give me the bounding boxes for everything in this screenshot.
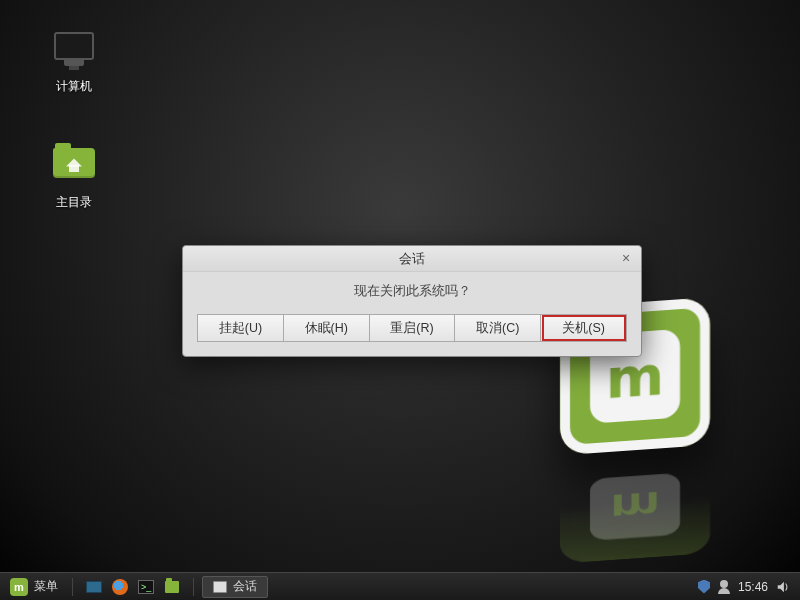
- menu-button[interactable]: m 菜单: [0, 573, 68, 600]
- computer-icon: [50, 32, 98, 74]
- user-tray-icon[interactable]: [718, 580, 730, 594]
- desktop-icon-label: 主目录: [34, 194, 114, 211]
- files-launcher[interactable]: [161, 577, 183, 597]
- quick-launch: >_: [77, 577, 189, 597]
- show-desktop-launcher[interactable]: [83, 577, 105, 597]
- mint-logo-icon: m: [10, 578, 28, 596]
- desktop-icon-home[interactable]: 主目录: [34, 140, 114, 211]
- dialog-close-button[interactable]: ×: [617, 250, 635, 268]
- clock-text: 15:46: [738, 580, 768, 594]
- volume-tray-icon[interactable]: [776, 580, 790, 594]
- desktop-icon: [86, 581, 102, 593]
- desktop-icon-computer[interactable]: 计算机: [34, 32, 114, 95]
- task-label: 会话: [233, 578, 257, 595]
- files-icon: [165, 581, 179, 593]
- terminal-icon: >_: [138, 580, 154, 594]
- clock[interactable]: 15:46: [738, 580, 768, 594]
- taskbar: m 菜单 >_ 会话 15:46: [0, 572, 800, 600]
- cancel-button[interactable]: 取消(C): [455, 314, 541, 342]
- dialog-titlebar[interactable]: 会话 ×: [183, 246, 641, 272]
- suspend-button[interactable]: 挂起(U): [197, 314, 284, 342]
- dialog-button-row: 挂起(U) 休眠(H) 重启(R) 取消(C) 关机(S): [197, 314, 627, 342]
- dialog-message: 现在关闭此系统吗？: [197, 282, 627, 300]
- dialog-title: 会话: [399, 251, 425, 266]
- taskbar-task-session[interactable]: 会话: [202, 576, 268, 598]
- taskbar-separator: [72, 578, 73, 596]
- desktop-icon-label: 计算机: [34, 78, 114, 95]
- terminal-launcher[interactable]: >_: [135, 577, 157, 597]
- home-folder-icon: [50, 148, 98, 190]
- svg-marker-0: [778, 581, 784, 592]
- taskbar-separator: [193, 578, 194, 596]
- session-dialog: 会话 × 现在关闭此系统吗？ 挂起(U) 休眠(H) 重启(R) 取消(C) 关…: [182, 245, 642, 357]
- firefox-icon: [112, 579, 128, 595]
- volume-icon: [776, 580, 790, 594]
- shield-icon: [698, 580, 710, 594]
- security-tray-icon[interactable]: [698, 580, 710, 594]
- menu-label: 菜单: [34, 578, 58, 595]
- system-tray: 15:46: [688, 580, 800, 594]
- dialog-icon: [213, 581, 227, 593]
- user-icon: [718, 580, 730, 594]
- hibernate-button[interactable]: 休眠(H): [284, 314, 370, 342]
- shutdown-button[interactable]: 关机(S): [541, 314, 627, 342]
- firefox-launcher[interactable]: [109, 577, 131, 597]
- restart-button[interactable]: 重启(R): [370, 314, 456, 342]
